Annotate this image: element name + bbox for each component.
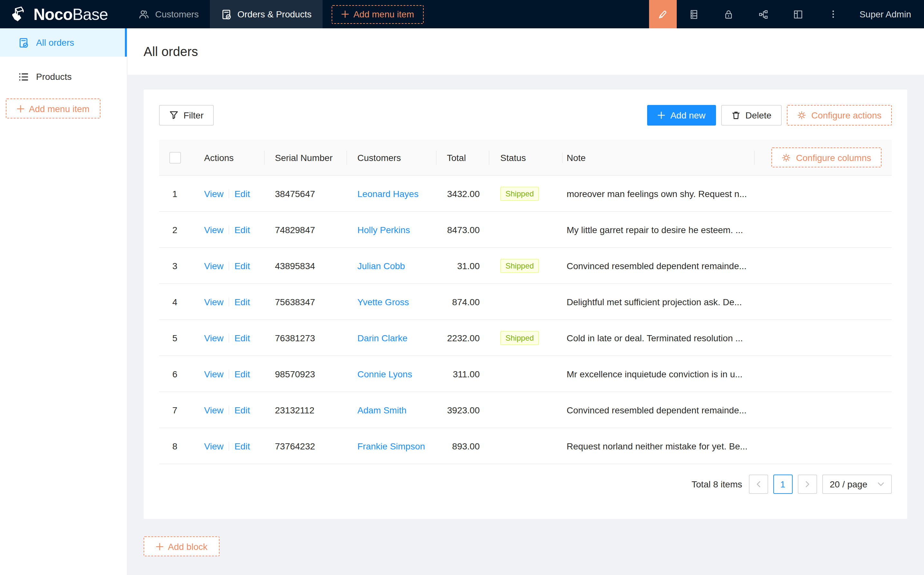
customer-cell: Frankie Simpson bbox=[346, 441, 436, 451]
note-cell: My little garret repair to desire he est… bbox=[562, 224, 754, 235]
table-row: 3 ViewEdit 43895834 Julian Cobb 31.00 Sh… bbox=[159, 248, 892, 284]
nocobase-cube-icon bbox=[10, 5, 28, 23]
add-block-label: Add block bbox=[168, 541, 208, 551]
sidebar-item-products[interactable]: Products bbox=[0, 62, 127, 91]
gear-icon bbox=[782, 153, 791, 162]
row-actions: ViewEdit bbox=[191, 333, 264, 343]
column-header-total: Total bbox=[436, 152, 489, 163]
status-cell: Shipped bbox=[489, 186, 562, 200]
app-root: NocoBase Customers bbox=[0, 0, 924, 575]
edit-link[interactable]: Edit bbox=[234, 333, 250, 343]
table-row: 6 ViewEdit 98570923 Connie Lyons 311.00 … bbox=[159, 356, 892, 392]
pagination-total: Total 8 items bbox=[692, 479, 742, 489]
list-icon bbox=[18, 71, 29, 82]
chevron-down-icon bbox=[878, 481, 884, 488]
edit-link[interactable]: Edit bbox=[234, 224, 250, 235]
view-link[interactable]: View bbox=[204, 369, 224, 379]
add-block-button[interactable]: Add block bbox=[144, 536, 219, 556]
filter-button[interactable]: Filter bbox=[159, 105, 214, 125]
edit-link[interactable]: Edit bbox=[234, 405, 250, 415]
sidebar-add-menu-item-button[interactable]: Add menu item bbox=[6, 98, 100, 119]
view-link[interactable]: View bbox=[204, 297, 224, 307]
customer-link[interactable]: Yvette Gross bbox=[357, 297, 409, 307]
customer-link[interactable]: Adam Smith bbox=[357, 405, 406, 415]
plugin-icon[interactable] bbox=[746, 0, 781, 28]
plus-icon bbox=[17, 105, 24, 112]
ellipsis-icon[interactable] bbox=[816, 0, 851, 28]
page-size-value: 20 / page bbox=[830, 479, 867, 489]
sidebar-item-label: Products bbox=[36, 71, 72, 82]
header-checkbox-cell bbox=[159, 152, 191, 163]
plus-icon bbox=[657, 111, 665, 119]
database-icon[interactable] bbox=[677, 0, 711, 28]
table-row: 7 ViewEdit 23132112 Adam Smith 3923.00 C… bbox=[159, 392, 892, 428]
orders-table: Actions Serial Number Customers Total St… bbox=[159, 140, 892, 464]
view-link[interactable]: View bbox=[204, 405, 224, 415]
top-navbar: NocoBase Customers bbox=[0, 0, 924, 28]
view-link[interactable]: View bbox=[204, 188, 224, 199]
view-link[interactable]: View bbox=[204, 260, 224, 271]
select-all-checkbox[interactable] bbox=[169, 152, 181, 163]
customer-link[interactable]: Connie Lyons bbox=[357, 369, 412, 379]
lock-icon[interactable] bbox=[711, 0, 746, 28]
pagination-next-button[interactable] bbox=[797, 475, 817, 494]
row-index: 8 bbox=[159, 441, 191, 451]
column-header-status: Status bbox=[489, 152, 562, 163]
row-actions: ViewEdit bbox=[191, 224, 264, 235]
table-row: 2 ViewEdit 74829847 Holly Perkins 8473.0… bbox=[159, 212, 892, 248]
divider bbox=[229, 225, 229, 234]
note-cell: moreover man feelings own shy. Request n… bbox=[562, 188, 754, 199]
serial-cell: 73764232 bbox=[264, 441, 346, 451]
sidebar-item-all-orders[interactable]: All orders bbox=[0, 28, 127, 57]
configure-columns-button[interactable]: Configure columns bbox=[772, 148, 881, 167]
row-actions: ViewEdit bbox=[191, 188, 264, 199]
note-cell: Mr excellence inquietude conviction is i… bbox=[562, 369, 754, 379]
note-cell: Delightful met sufficient projection ask… bbox=[562, 297, 754, 307]
customer-cell: Darin Clarke bbox=[346, 333, 436, 343]
total-cell: 2232.00 bbox=[436, 333, 489, 343]
customer-cell: Yvette Gross bbox=[346, 297, 436, 307]
note-cell: Convinced resembled dependent remainde..… bbox=[562, 260, 754, 271]
row-actions: ViewEdit bbox=[191, 441, 264, 451]
row-index: 4 bbox=[159, 297, 191, 307]
view-link[interactable]: View bbox=[204, 224, 224, 235]
configure-actions-button[interactable]: Configure actions bbox=[787, 105, 892, 125]
total-cell: 31.00 bbox=[436, 260, 489, 271]
pagination-page-1[interactable]: 1 bbox=[773, 475, 792, 494]
serial-cell: 38475647 bbox=[264, 188, 346, 199]
customer-link[interactable]: Frankie Simpson bbox=[357, 441, 425, 451]
status-badge: Shipped bbox=[500, 186, 539, 200]
header-add-menu-item-button[interactable]: Add menu item bbox=[332, 5, 424, 24]
edit-link[interactable]: Edit bbox=[234, 369, 250, 379]
header-add-menu-item-label: Add menu item bbox=[354, 9, 414, 19]
delete-button[interactable]: Delete bbox=[721, 105, 782, 125]
serial-cell: 74829847 bbox=[264, 224, 346, 235]
row-actions: ViewEdit bbox=[191, 405, 264, 415]
table-toolbar: Filter Add new Delete bbox=[159, 105, 892, 125]
edit-link[interactable]: Edit bbox=[234, 188, 250, 199]
navbar-spacer bbox=[424, 0, 649, 28]
customer-cell: Leonard Hayes bbox=[346, 188, 436, 199]
highlighter-icon[interactable] bbox=[649, 0, 677, 28]
customer-link[interactable]: Holly Perkins bbox=[357, 224, 410, 235]
edit-link[interactable]: Edit bbox=[234, 297, 250, 307]
status-cell: Shipped bbox=[489, 330, 562, 345]
serial-cell: 76381273 bbox=[264, 333, 346, 343]
customer-link[interactable]: Leonard Hayes bbox=[357, 188, 419, 199]
team-icon bbox=[138, 9, 149, 20]
layout-icon[interactable] bbox=[781, 0, 816, 28]
add-new-button[interactable]: Add new bbox=[647, 105, 716, 125]
customer-link[interactable]: Julian Cobb bbox=[357, 260, 405, 271]
serial-cell: 43895834 bbox=[264, 260, 346, 271]
sidebar-add-menu-item-label: Add menu item bbox=[29, 103, 89, 114]
view-link[interactable]: View bbox=[204, 441, 224, 451]
view-link[interactable]: View bbox=[204, 333, 224, 343]
tab-orders-products[interactable]: Orders & Products bbox=[210, 0, 322, 28]
edit-link[interactable]: Edit bbox=[234, 260, 250, 271]
page-size-select[interactable]: 20 / page bbox=[822, 475, 892, 494]
user-menu[interactable]: Super Admin bbox=[851, 0, 924, 28]
tab-customers[interactable]: Customers bbox=[127, 0, 210, 28]
edit-link[interactable]: Edit bbox=[234, 441, 250, 451]
pagination-prev-button[interactable] bbox=[749, 475, 768, 494]
customer-link[interactable]: Darin Clarke bbox=[357, 333, 408, 343]
